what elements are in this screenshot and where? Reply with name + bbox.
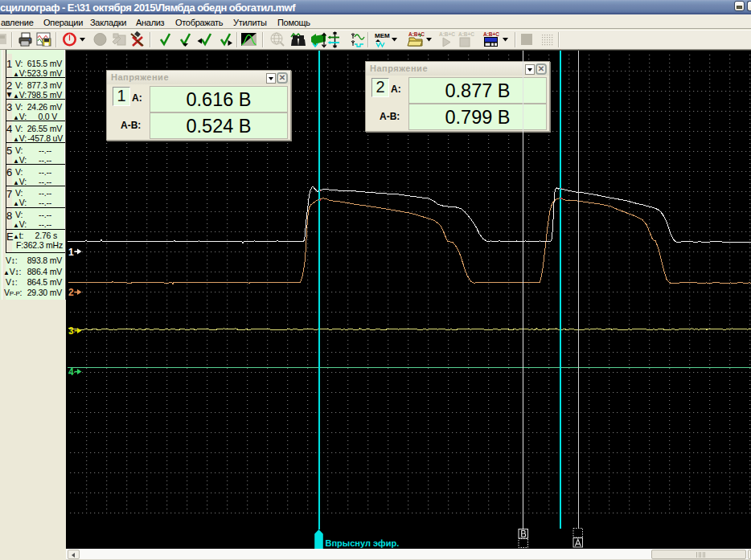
svg-text:A:B+C: A:B+C <box>439 31 455 37</box>
svg-text:1: 1 <box>68 247 74 258</box>
svg-text:A:B+C: A:B+C <box>483 31 499 37</box>
svg-text:Впрыснул эфир.: Впрыснул эфир. <box>326 538 400 548</box>
svg-text:4: 4 <box>68 366 74 378</box>
svg-text:A:B+C: A:B+C <box>408 31 425 37</box>
svg-text:MEM: MEM <box>375 32 390 39</box>
svg-text:A:B+C: A:B+C <box>458 31 474 37</box>
svg-text:2: 2 <box>68 287 74 298</box>
svg-text:3: 3 <box>68 325 74 337</box>
